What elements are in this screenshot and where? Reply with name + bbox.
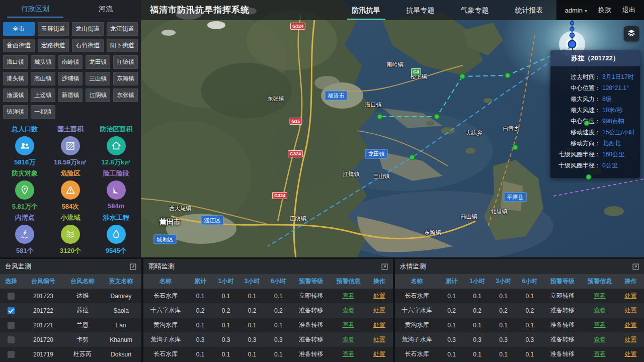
expand-icon[interactable] <box>632 263 639 270</box>
handle-link[interactable]: 处置 <box>373 336 385 343</box>
cell-3h: 0.3 <box>239 332 265 347</box>
typhoon-checkbox[interactable] <box>8 322 15 329</box>
popup-field-label: 最大风速： <box>554 107 601 114</box>
logout-button[interactable]: 退出 <box>617 6 641 15</box>
column-header-操作: 操作 <box>366 274 392 289</box>
region-button-镜洋镇[interactable]: 镜洋镇 <box>3 105 28 119</box>
column-header-选择: 选择 <box>0 274 22 289</box>
view-link[interactable]: 查看 <box>594 307 606 314</box>
cell-warning-level: 立即转移 <box>291 289 331 303</box>
app-root: 行政区划 河流 全市玉屏街道龙山街道龙江街道音西街道宏路街道石竹街道阳下街道 海… <box>0 0 644 362</box>
region-button-全市[interactable]: 全市 <box>3 22 35 36</box>
region-button-音西街道[interactable]: 音西街道 <box>3 39 35 52</box>
handle-link[interactable]: 处置 <box>373 307 385 314</box>
handle-link[interactable]: 处置 <box>624 307 636 314</box>
column-header-台风编号: 台风编号 <box>22 274 64 289</box>
expand-icon[interactable] <box>130 263 136 270</box>
view-link[interactable]: 查看 <box>594 292 606 299</box>
cell-warning-info: 查看 <box>331 332 366 347</box>
typhoon-checkbox[interactable] <box>8 293 15 300</box>
region-button-宏路街道[interactable]: 宏路街道 <box>38 39 69 52</box>
typhoon-checkbox[interactable] <box>8 351 15 358</box>
typhoon-panel-title: 台风监测 <box>5 262 31 271</box>
cell-warning-info: 查看 <box>582 303 617 318</box>
stat-value: 581个 <box>2 246 48 255</box>
region-button-东张镇[interactable]: 东张镇 <box>113 88 138 102</box>
typhoon-popup-body: 过去时间：3月1日17时中心位置：120°21.1°最大风力：8级最大风速：18… <box>550 66 640 178</box>
nav-tab-抗旱专题[interactable]: 抗旱专题 <box>393 0 448 20</box>
tab-administrative-divisions[interactable]: 行政区划 <box>0 0 70 18</box>
region-button-海口镇[interactable]: 海口镇 <box>3 55 28 69</box>
view-link[interactable]: 查看 <box>342 321 354 328</box>
popup-field-value: 0公里 <box>602 162 618 169</box>
cell-total: 0.1 <box>188 289 213 303</box>
layers-button[interactable] <box>624 26 639 41</box>
view-link[interactable]: 查看 <box>342 336 354 343</box>
region-button-城头镇[interactable]: 城头镇 <box>31 55 55 69</box>
cell-name: 十六字水库 <box>143 303 188 318</box>
region-button-港头镇[interactable]: 港头镇 <box>3 72 28 85</box>
cell-warning-info: 查看 <box>331 347 366 361</box>
cell-warning-level: 准备转移 <box>543 332 582 347</box>
prevention-area-icon <box>107 136 126 155</box>
nav-tab-统计报表[interactable]: 统计报表 <box>502 0 556 20</box>
nav-tab-气象专题[interactable]: 气象专题 <box>448 0 502 20</box>
cell-6h: 0.2 <box>265 303 291 318</box>
view-link[interactable]: 查看 <box>594 350 606 357</box>
cell-6h: 0.1 <box>517 347 543 361</box>
map-canvas[interactable]: 东张镇南岭镇松下镇海口镇江镜镇三山镇高山镇东瀚镇江阴镇西天尾镇大练乡白青乡北厝镇… <box>141 0 644 257</box>
cell-3h: 0.1 <box>491 347 517 361</box>
left-sidebar: 行政区划 河流 全市玉屏街道龙山街道龙江街道音西街道宏路街道石竹街道阳下街道 海… <box>0 0 141 257</box>
change-skin-button[interactable]: 换肤 <box>593 6 617 15</box>
region-button-沙埔镇[interactable]: 沙埔镇 <box>58 72 83 85</box>
cell-warning-level: 准备转移 <box>543 347 582 361</box>
cell-total: 0.1 <box>439 347 464 361</box>
handle-link[interactable]: 处置 <box>624 336 636 343</box>
nav-tab-防汛抗旱[interactable]: 防汛抗旱 <box>339 0 393 20</box>
region-button-三山镇[interactable]: 三山镇 <box>86 72 110 85</box>
view-link[interactable]: 查看 <box>594 321 606 328</box>
view-link[interactable]: 查看 <box>594 336 606 343</box>
region-button-上迳镇[interactable]: 上迳镇 <box>31 88 55 102</box>
stat-涉水工程: 涉水工程9545个 <box>93 213 139 255</box>
region-button-龙江街道[interactable]: 龙江街道 <box>107 22 138 36</box>
cell-name: 长石水库 <box>395 347 439 361</box>
cell-typhoon-id: 201721 <box>22 318 64 332</box>
handle-link[interactable]: 处置 <box>373 321 385 328</box>
region-button-龙田镇[interactable]: 龙田镇 <box>86 55 110 69</box>
handle-link[interactable]: 处置 <box>624 321 636 328</box>
map-label-东瀚镇: 东瀚镇 <box>425 229 441 236</box>
region-button-龙山街道[interactable]: 龙山街道 <box>72 22 104 36</box>
typhoon-checkbox[interactable] <box>8 307 15 314</box>
region-button-江镜镇[interactable]: 江镜镇 <box>113 55 138 69</box>
handle-link[interactable]: 处置 <box>373 292 385 299</box>
cell-warning-level: 准备转移 <box>291 318 331 332</box>
view-link[interactable]: 查看 <box>342 307 354 314</box>
user-menu[interactable]: admin▾ <box>559 7 593 14</box>
popup-field-最大风力: 最大风力：8级 <box>554 96 636 103</box>
cell-3h: 0.1 <box>239 318 265 332</box>
region-button-渔溪镇[interactable]: 渔溪镇 <box>3 88 28 102</box>
region-button-石竹街道[interactable]: 石竹街道 <box>72 39 104 52</box>
region-button-玉屏街道[interactable]: 玉屏街道 <box>38 22 69 36</box>
typhoon-checkbox[interactable] <box>8 336 15 343</box>
region-button-南岭镇[interactable]: 南岭镇 <box>58 55 83 69</box>
region-button-东瀚镇[interactable]: 东瀚镇 <box>113 72 138 85</box>
handle-link[interactable]: 处置 <box>624 350 636 357</box>
region-button-一都镇[interactable]: 一都镇 <box>31 105 55 119</box>
cell-warning-info: 查看 <box>331 318 366 332</box>
view-link[interactable]: 查看 <box>342 292 354 299</box>
region-button-新厝镇[interactable]: 新厝镇 <box>58 88 83 102</box>
region-button-江阴镇[interactable]: 江阴镇 <box>86 88 110 102</box>
region-button-阳下街道[interactable]: 阳下街道 <box>107 39 138 52</box>
tab-rivers[interactable]: 河流 <box>70 0 141 18</box>
popup-field-移动方向: 移动方向：北西北 <box>554 140 636 147</box>
view-link[interactable]: 查看 <box>342 350 354 357</box>
handle-link[interactable]: 处置 <box>624 292 636 299</box>
cell-typhoon-id: 201719 <box>22 347 64 361</box>
typhoon-monitor-panel: 台风监测 选择台风编号台风名称英文名称 201723达维Damrey201722… <box>0 259 141 362</box>
expand-icon[interactable] <box>381 263 388 270</box>
region-button-高山镇[interactable]: 高山镇 <box>31 72 55 85</box>
handle-link[interactable]: 处置 <box>373 350 385 357</box>
cell-6h: 0.1 <box>265 347 291 361</box>
